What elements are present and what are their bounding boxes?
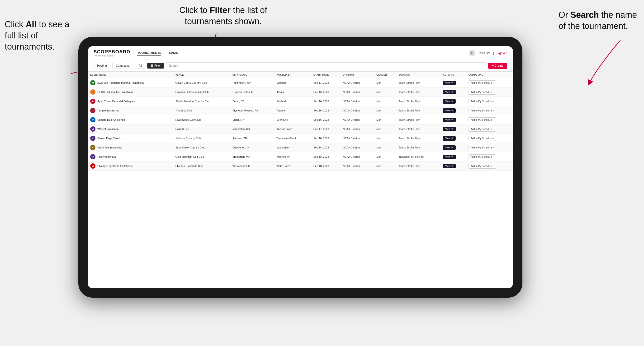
- filter-icon: ☰: [150, 64, 153, 67]
- cell-venue: The 1912 Club: [173, 106, 230, 115]
- search-input[interactable]: [166, 62, 486, 69]
- cell-actions: View 👁: [440, 134, 466, 143]
- tournaments-table: EVENT NAME VENUE CITY, STATE HOSTED BY S…: [88, 72, 513, 171]
- add-schedule-button[interactable]: Add to My Schedule +: [468, 117, 496, 122]
- cell-event-name: M 2023 Joe Feaganes Marshall Invitationa…: [88, 78, 173, 88]
- view-button[interactable]: View 👁: [443, 118, 456, 122]
- team-logo: T: [90, 108, 96, 113]
- filter-bar: Hosting Competing All ☰ Filter + Create: [88, 60, 513, 72]
- tab-competing[interactable]: Competing: [112, 63, 133, 69]
- add-schedule-button[interactable]: Add to My Schedule +: [468, 90, 496, 95]
- event-name-text: Chicago Highlands Invitational: [97, 165, 132, 168]
- cell-start-date: Sep 18, 2023: [311, 143, 340, 152]
- cell-city-state: Chesterton, IN: [230, 143, 274, 152]
- view-button[interactable]: View 👁: [443, 99, 456, 104]
- view-button[interactable]: View 👁: [443, 127, 456, 131]
- nav-tournaments[interactable]: TOURNAMENTS: [137, 50, 161, 56]
- table-header-row: EVENT NAME VENUE CITY, STATE HOSTED BY S…: [88, 72, 513, 78]
- cell-city-state: Manhattan, KS: [230, 125, 274, 134]
- tab-hosting[interactable]: Hosting: [94, 63, 110, 69]
- create-button[interactable]: + Create: [488, 63, 507, 69]
- cell-scoring: Team, Stroke Play: [396, 125, 440, 134]
- table-row: I OFCC Fighting Illini Invitational Olym…: [88, 88, 513, 97]
- col-city-state: CITY, STATE: [230, 72, 274, 78]
- view-label: View: [445, 137, 450, 140]
- add-schedule-button[interactable]: Add to My Schedule +: [468, 154, 496, 159]
- view-label: View: [445, 146, 450, 149]
- add-schedule-label: Add to My Schedule +: [471, 109, 494, 112]
- event-name-text: OFCC Fighting Illini Invitational: [97, 91, 133, 93]
- cell-gender: Men: [374, 106, 396, 115]
- cell-start-date: Sep 18, 2023: [311, 162, 340, 171]
- cell-division: NCAA Division I: [340, 78, 374, 88]
- col-division: DIVISION: [340, 72, 374, 78]
- cell-division: NCAA Division I: [340, 88, 374, 97]
- cell-event-name: W Husky Individual: [88, 152, 173, 162]
- cell-venue: Guyan Golf & Country Club: [173, 78, 230, 88]
- add-schedule-button[interactable]: Add to My Schedule +: [468, 108, 496, 113]
- cell-gender: Men: [374, 152, 396, 162]
- header-right: U Test User | Sign out: [469, 50, 507, 56]
- arrow-search: [561, 40, 632, 88]
- view-button[interactable]: View 👁: [443, 90, 456, 94]
- view-button[interactable]: View 👁: [443, 136, 456, 141]
- cell-hosted-by: Illinois: [274, 88, 311, 97]
- add-schedule-button[interactable]: Add to My Schedule +: [468, 136, 496, 141]
- signout-link[interactable]: Sign out: [497, 51, 507, 55]
- add-schedule-button[interactable]: Add to My Schedule +: [468, 145, 496, 150]
- cell-division: NCAA Division I: [340, 115, 374, 125]
- cell-event-name: U Upstate Dual Challenge: [88, 115, 173, 125]
- cell-gender: Men: [374, 134, 396, 143]
- team-logo: W: [90, 154, 96, 159]
- view-button[interactable]: View 👁: [443, 164, 456, 168]
- cell-gender: Men: [374, 88, 396, 97]
- add-schedule-button[interactable]: Add to My Schedule +: [468, 80, 496, 85]
- cell-venue: Gold Mountain Golf Club: [173, 152, 230, 162]
- view-button[interactable]: View 👁: [443, 81, 456, 85]
- cell-hosted-by: Wake Forest: [274, 162, 311, 171]
- cell-start-date: Sep 17, 2023: [311, 125, 340, 134]
- view-label: View: [445, 156, 450, 158]
- cell-competing: Add to My Schedule +: [466, 152, 513, 162]
- cell-hosted-by: Valparaiso: [274, 143, 311, 152]
- view-label: View: [445, 109, 450, 112]
- cell-division: NCAA Division I: [340, 152, 374, 162]
- table-row: V Valpo Fall Invitational Sand Creek Cou…: [88, 143, 513, 152]
- tab-all[interactable]: All: [135, 63, 145, 69]
- table-row: M 2023 Joe Feaganes Marshall Invitationa…: [88, 78, 513, 88]
- cell-start-date: Sep 18, 2023: [311, 134, 340, 143]
- view-icon: 👁: [451, 91, 453, 93]
- event-name-text: Upstate Dual Challenge: [97, 118, 125, 121]
- col-competing: COMPETING: [466, 72, 513, 78]
- view-icon: 👁: [451, 146, 453, 149]
- cell-division: NCAA Division I: [340, 162, 374, 171]
- add-schedule-label: Add to My Schedule +: [471, 156, 494, 158]
- filter-button[interactable]: ☰ Filter: [147, 63, 164, 69]
- add-schedule-button[interactable]: Add to My Schedule +: [468, 127, 496, 132]
- add-schedule-button[interactable]: Add to My Schedule +: [468, 99, 496, 104]
- view-button[interactable]: View 👁: [443, 108, 456, 113]
- team-logo: W: [90, 126, 96, 132]
- cell-gender: Men: [374, 125, 396, 134]
- table-row: W Wildcat Invitational Colbert Hills Man…: [88, 125, 513, 134]
- add-schedule-label: Add to My Schedule +: [471, 137, 494, 140]
- add-schedule-label: Add to My Schedule +: [471, 128, 494, 130]
- cell-competing: Add to My Schedule +: [466, 106, 513, 115]
- tablet-screen: SCOREBOARD Powered by clippd TOURNAMENTS…: [88, 46, 513, 288]
- col-event-name: EVENT NAME: [88, 72, 173, 78]
- cell-venue: Chicago Highlands Club: [173, 162, 230, 171]
- add-schedule-button[interactable]: Add to My Schedule +: [468, 164, 496, 169]
- cell-actions: View 👁: [440, 78, 466, 88]
- cell-venue: Olympia Fields Country Club: [173, 88, 230, 97]
- team-logo: F: [90, 99, 96, 104]
- view-icon: 👁: [451, 128, 453, 130]
- view-icon: 👁: [451, 119, 453, 121]
- table-row: F Ryan T. Lee Memorial Collegiate Shuttl…: [88, 97, 513, 106]
- cell-hosted-by: Washington: [274, 152, 311, 162]
- user-name: Test User: [478, 51, 490, 55]
- cell-scoring: Team, Stroke Play: [396, 88, 440, 97]
- view-button[interactable]: View 👁: [443, 145, 456, 150]
- nav-teams[interactable]: TEAMS: [167, 50, 178, 56]
- view-label: View: [445, 91, 450, 93]
- view-button[interactable]: View 👁: [443, 155, 456, 159]
